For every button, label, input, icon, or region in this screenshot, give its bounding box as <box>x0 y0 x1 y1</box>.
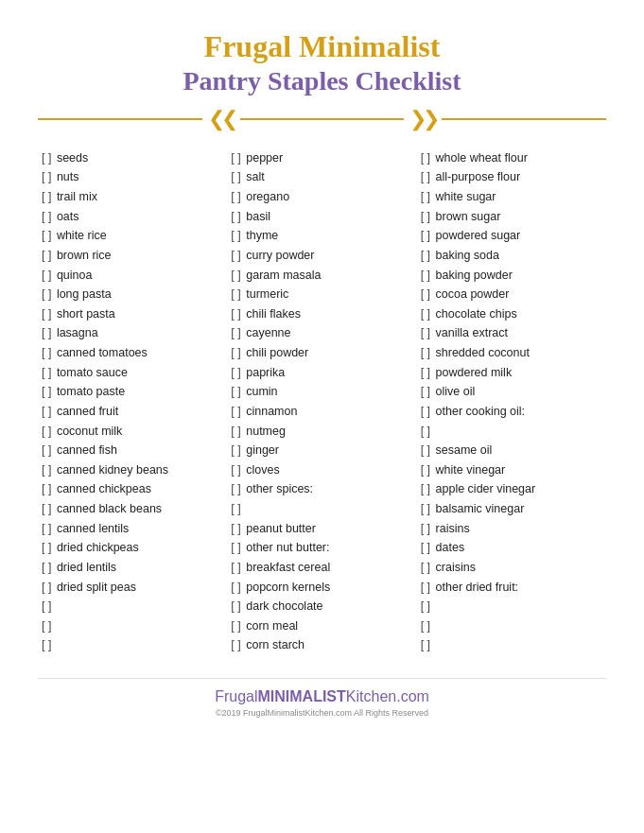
checkbox-icon[interactable]: [ ] <box>231 323 240 343</box>
checkbox-icon[interactable]: [ ] <box>421 578 430 598</box>
list-item: [ ] <box>42 597 223 616</box>
checkbox-icon[interactable]: [ ] <box>42 597 51 616</box>
checkbox-icon[interactable]: [ ] <box>421 148 430 168</box>
checkbox-icon[interactable]: [ ] <box>231 558 240 578</box>
checkbox-icon[interactable]: [ ] <box>231 266 240 286</box>
checkbox-icon[interactable]: [ ] <box>231 226 240 246</box>
list-item: [ ] balsamic vinegar <box>421 499 602 519</box>
checkbox-icon[interactable]: [ ] <box>421 597 430 616</box>
list-item: [ ] other cooking oil: <box>421 402 602 422</box>
checkbox-icon[interactable]: [ ] <box>421 519 430 539</box>
list-item: [ ] dried lentils <box>42 558 223 578</box>
checkbox-icon[interactable]: [ ] <box>42 207 51 227</box>
checkbox-icon[interactable]: [ ] <box>231 187 240 207</box>
checkbox-icon[interactable]: [ ] <box>231 246 240 266</box>
checkbox-icon[interactable]: [ ] <box>42 479 51 499</box>
checkbox-icon[interactable]: [ ] <box>421 479 430 499</box>
checkbox-icon[interactable]: [ ] <box>421 363 430 383</box>
checkbox-icon[interactable]: [ ] <box>42 343 51 363</box>
checkbox-icon[interactable]: [ ] <box>42 635 51 655</box>
checkbox-icon[interactable]: [ ] <box>421 285 430 304</box>
checkbox-icon[interactable]: [ ] <box>42 519 51 539</box>
checkbox-icon[interactable]: [ ] <box>42 187 51 207</box>
list-item: [ ] corn starch <box>231 635 412 655</box>
checkbox-icon[interactable]: [ ] <box>42 167 51 187</box>
checkbox-icon[interactable]: [ ] <box>421 304 430 324</box>
list-item: [ ] dates <box>421 538 602 558</box>
list-item: [ ] coconut milk <box>42 422 223 442</box>
checkbox-icon[interactable]: [ ] <box>42 616 51 636</box>
list-item: [ ] paprika <box>231 363 412 383</box>
checkbox-icon[interactable]: [ ] <box>231 363 240 383</box>
list-item: [ ] breakfast cereal <box>231 558 412 578</box>
checkbox-icon[interactable]: [ ] <box>421 460 430 480</box>
checkbox-icon[interactable]: [ ] <box>231 597 240 616</box>
list-item: [ ] other dried fruit: <box>421 578 602 598</box>
checkbox-icon[interactable]: [ ] <box>42 402 51 422</box>
checkbox-icon[interactable]: [ ] <box>42 578 51 598</box>
checkbox-icon[interactable]: [ ] <box>421 343 430 363</box>
checkbox-icon[interactable]: [ ] <box>231 441 240 460</box>
checkbox-icon[interactable]: [ ] <box>421 558 430 578</box>
checkbox-icon[interactable]: [ ] <box>421 422 430 442</box>
checkbox-icon[interactable]: [ ] <box>421 207 430 227</box>
checkbox-icon[interactable]: [ ] <box>231 148 240 168</box>
brand-bold: MINIMALIST <box>257 688 345 704</box>
checkbox-icon[interactable]: [ ] <box>421 226 430 246</box>
checkbox-icon[interactable]: [ ] <box>42 363 51 383</box>
checkbox-icon[interactable]: [ ] <box>231 635 240 655</box>
list-item: [ ] canned fruit <box>42 402 223 422</box>
checkbox-icon[interactable]: [ ] <box>231 422 240 442</box>
checkbox-icon[interactable]: [ ] <box>231 382 240 402</box>
checkbox-icon[interactable]: [ ] <box>421 635 430 655</box>
checkbox-icon[interactable]: [ ] <box>42 441 51 460</box>
checkbox-icon[interactable]: [ ] <box>42 304 51 324</box>
checkbox-icon[interactable]: [ ] <box>421 441 430 460</box>
checkbox-icon[interactable]: [ ] <box>421 323 430 343</box>
checkbox-icon[interactable]: [ ] <box>42 148 51 168</box>
checkbox-icon[interactable]: [ ] <box>231 207 240 227</box>
checkbox-icon[interactable]: [ ] <box>231 402 240 422</box>
checkbox-icon[interactable]: [ ] <box>421 266 430 286</box>
checkbox-icon[interactable]: [ ] <box>231 616 240 636</box>
checkbox-icon[interactable]: [ ] <box>42 226 51 246</box>
checkbox-icon[interactable]: [ ] <box>42 538 51 558</box>
divider: ❮❮ ❯❯ <box>38 107 606 131</box>
checkbox-icon[interactable]: [ ] <box>231 167 240 187</box>
checkbox-icon[interactable]: [ ] <box>231 343 240 363</box>
checkbox-icon[interactable]: [ ] <box>231 538 240 558</box>
list-item: [ ] canned kidney beans <box>42 460 223 480</box>
list-item: [ ] other spices: <box>231 479 412 499</box>
checkbox-icon[interactable]: [ ] <box>421 167 430 187</box>
checkbox-icon[interactable]: [ ] <box>42 422 51 442</box>
checkbox-icon[interactable]: [ ] <box>421 382 430 402</box>
checkbox-icon[interactable]: [ ] <box>231 460 240 480</box>
checkbox-icon[interactable]: [ ] <box>42 460 51 480</box>
checkbox-icon[interactable]: [ ] <box>421 538 430 558</box>
checkbox-icon[interactable]: [ ] <box>42 382 51 402</box>
checkbox-icon[interactable]: [ ] <box>42 499 51 519</box>
checkbox-icon[interactable]: [ ] <box>231 304 240 324</box>
checkbox-icon[interactable]: [ ] <box>231 519 240 539</box>
checkbox-icon[interactable]: [ ] <box>421 499 430 519</box>
checkbox-icon[interactable]: [ ] <box>42 246 51 266</box>
checkbox-icon[interactable]: [ ] <box>231 578 240 598</box>
footer-brand: FrugalMINIMALISTKitchen.com <box>38 688 606 705</box>
checkbox-icon[interactable]: [ ] <box>42 285 51 304</box>
checkbox-icon[interactable]: [ ] <box>421 246 430 266</box>
checkbox-icon[interactable]: [ ] <box>42 323 51 343</box>
list-item: [ ] quinoa <box>42 266 223 286</box>
copyright: ©2019 FrugalMinimalistKitchen.com All Ri… <box>38 708 606 718</box>
list-item: [ ] powdered sugar <box>421 226 602 246</box>
list-item: [ ] lasagna <box>42 323 223 343</box>
checkbox-icon[interactable]: [ ] <box>42 266 51 286</box>
divider-line-right <box>240 118 405 120</box>
checkbox-icon[interactable]: [ ] <box>231 499 240 519</box>
list-item: [ ] <box>42 616 223 636</box>
checkbox-icon[interactable]: [ ] <box>421 616 430 636</box>
checkbox-icon[interactable]: [ ] <box>231 285 240 304</box>
checkbox-icon[interactable]: [ ] <box>231 479 240 499</box>
checkbox-icon[interactable]: [ ] <box>42 558 51 578</box>
checkbox-icon[interactable]: [ ] <box>421 187 430 207</box>
checkbox-icon[interactable]: [ ] <box>421 402 430 422</box>
